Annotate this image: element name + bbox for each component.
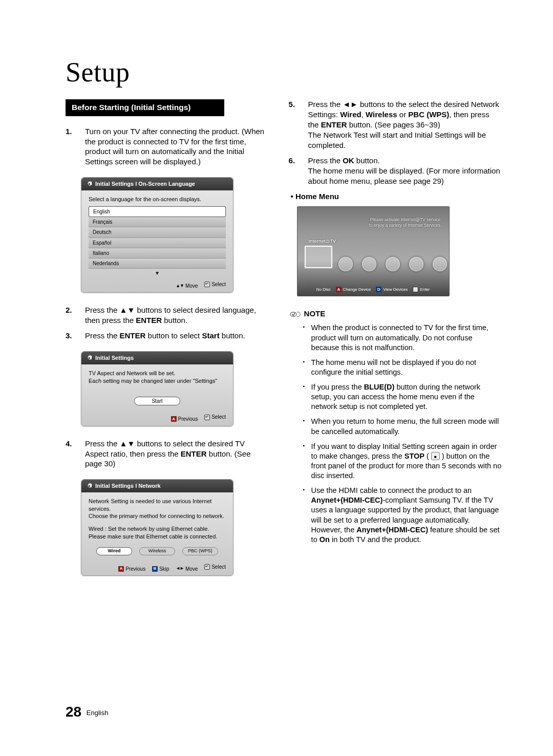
osd1-title: Initial Settings I On-Screen Language bbox=[95, 180, 195, 188]
home-banner-2: to enjoy a variety of Internet Services. bbox=[369, 223, 441, 228]
step-6-num: 6. bbox=[289, 156, 308, 186]
step-5: 5. Press the ◄► buttons to the select th… bbox=[289, 99, 502, 150]
key-a-icon: A bbox=[171, 416, 177, 422]
step-1: 1. Turn on your TV after connecting the … bbox=[66, 126, 266, 167]
note-4: When you return to home menu, the full s… bbox=[303, 417, 502, 436]
note-5: If you want to display Initial Setting s… bbox=[303, 442, 502, 481]
home-menu-screenshot: Please activate Internet@TV service to e… bbox=[297, 206, 450, 296]
home-tile-selected[interactable] bbox=[305, 246, 332, 268]
home-view: View Devices bbox=[383, 287, 408, 293]
start-button[interactable]: Start bbox=[134, 397, 180, 405]
lang-francais[interactable]: Français bbox=[89, 217, 226, 227]
home-icon[interactable] bbox=[386, 257, 400, 271]
leftright-icon: ◄► bbox=[176, 566, 184, 572]
home-icon[interactable] bbox=[433, 257, 447, 271]
enter-key-icon bbox=[204, 564, 210, 570]
note-icon bbox=[290, 310, 301, 317]
gear-icon bbox=[87, 355, 92, 361]
pbc-wps-button[interactable]: PBC (WPS) bbox=[182, 547, 218, 555]
step-6: 6. Press the OK button.The home menu wil… bbox=[289, 156, 502, 186]
step-4: 4. Press the ▲▼ buttons to select the de… bbox=[66, 439, 266, 469]
home-menu-header: Home Menu bbox=[291, 191, 502, 202]
home-icon[interactable] bbox=[338, 257, 353, 271]
osd3-line4: Please make sure that Ethernet cable is … bbox=[89, 533, 226, 541]
key-d-icon: D bbox=[376, 287, 381, 292]
home-enter: Enter bbox=[420, 287, 430, 293]
step-4-text: Press the ▲▼ buttons to select the desir… bbox=[85, 439, 266, 469]
osd3-previous: Previous bbox=[125, 566, 145, 572]
note-1: When the product is connected to TV for … bbox=[303, 323, 502, 352]
osd1-move: Move bbox=[185, 283, 198, 289]
internet-tv-label: Internet@TV bbox=[309, 239, 336, 245]
step-1-text: Turn on your TV after connecting the pro… bbox=[85, 126, 266, 167]
gear-icon bbox=[87, 181, 92, 187]
step-1-num: 1. bbox=[66, 126, 85, 167]
osd2-select: Select bbox=[211, 414, 226, 420]
osd3-line1: Network Setting is needed to use various… bbox=[89, 498, 226, 512]
lang-espanol[interactable]: Español bbox=[89, 238, 226, 248]
step-3-text: Press the ENTER button to select Start b… bbox=[85, 331, 266, 341]
note-2: The home menu will not be displayed if y… bbox=[303, 358, 502, 377]
step-2-num: 2. bbox=[66, 305, 85, 326]
step-3-num: 3. bbox=[66, 331, 85, 341]
step-2-text: Press the ▲▼ buttons to select desired l… bbox=[85, 305, 266, 326]
note-3: If you press the BLUE(D) button during t… bbox=[303, 382, 502, 412]
lang-nederlands[interactable]: Nederlands bbox=[89, 258, 226, 269]
lang-deutsch[interactable]: Deutsch bbox=[89, 227, 226, 237]
page-language: English bbox=[87, 709, 109, 717]
home-change: Change Device bbox=[343, 287, 371, 293]
osd2-previous: Previous bbox=[178, 416, 198, 422]
osd-network: Initial Settings I Network Network Setti… bbox=[81, 479, 233, 576]
lang-english[interactable]: English bbox=[89, 206, 226, 217]
home-nodisc: No Disc bbox=[316, 287, 331, 292]
note-label: NOTE bbox=[304, 309, 326, 319]
home-icon[interactable] bbox=[362, 257, 376, 271]
osd2-title: Initial Settings bbox=[95, 354, 134, 362]
page-title: Setup bbox=[66, 56, 502, 88]
page-number: 28 bbox=[66, 704, 81, 720]
lang-italiano[interactable]: Italiano bbox=[89, 248, 226, 258]
osd3-line2: Choose the primary method for connecting… bbox=[89, 512, 226, 520]
enter-key-icon bbox=[413, 287, 418, 292]
step-5-num: 5. bbox=[289, 99, 308, 150]
osd1-select: Select bbox=[211, 281, 226, 288]
svg-point-0 bbox=[290, 312, 296, 316]
gear-icon bbox=[87, 483, 92, 489]
osd2-line2: Each setting may be changed later under … bbox=[89, 377, 226, 385]
osd3-skip: Skip bbox=[159, 566, 169, 572]
wireless-button[interactable]: Wireless bbox=[139, 547, 175, 555]
key-a-icon: A bbox=[336, 287, 342, 292]
page-footer: 28 English bbox=[66, 704, 108, 720]
osd-start: Initial Settings TV Aspect and Network w… bbox=[81, 351, 233, 426]
osd-language: Initial Settings I On-Screen Language Se… bbox=[81, 177, 233, 293]
stop-key-icon bbox=[431, 452, 440, 461]
key-b-icon: B bbox=[152, 566, 158, 572]
osd3-title: Initial Settings I Network bbox=[95, 482, 161, 490]
step-5-text: Press the ◄► buttons to the select the d… bbox=[308, 99, 502, 150]
home-banner-1: Please activate Internet@TV service bbox=[369, 217, 441, 223]
section-header: Before Starting (Initial Settings) bbox=[66, 99, 224, 116]
osd3-select: Select bbox=[211, 564, 226, 570]
enter-key-icon bbox=[204, 282, 210, 287]
step-6-text: Press the OK button.The home menu will b… bbox=[308, 156, 502, 186]
step-3: 3. Press the ENTER button to select Star… bbox=[66, 331, 266, 341]
osd3-move: Move bbox=[185, 566, 198, 572]
enter-key-icon bbox=[204, 415, 210, 420]
scroll-down-icon: ▼ bbox=[89, 270, 226, 276]
step-4-num: 4. bbox=[66, 439, 85, 469]
osd3-line3: Wired : Set the network by using Etherne… bbox=[89, 525, 226, 533]
step-2: 2. Press the ▲▼ buttons to select desire… bbox=[66, 305, 266, 326]
home-icon[interactable] bbox=[409, 257, 423, 271]
osd1-prompt: Select a language for the on-screen disp… bbox=[89, 196, 226, 203]
wired-button[interactable]: Wired bbox=[96, 547, 132, 555]
key-a-icon: A bbox=[118, 566, 124, 572]
note-6: Use the HDMI cable to connect the produc… bbox=[303, 486, 502, 545]
osd2-line1: TV Aspect and Network will be set. bbox=[89, 370, 226, 377]
updown-icon: ▲▼ bbox=[176, 283, 184, 289]
